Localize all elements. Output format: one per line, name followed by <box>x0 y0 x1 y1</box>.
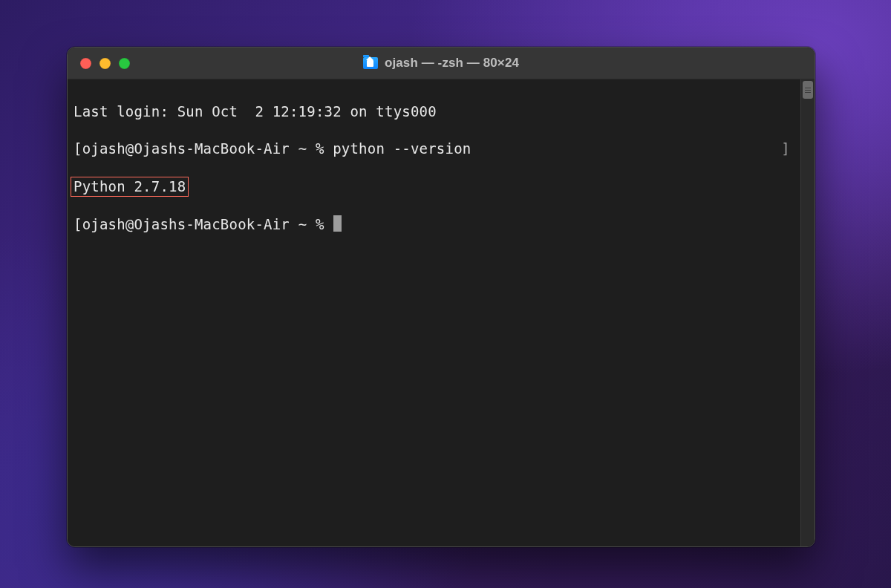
scroll-thumb[interactable] <box>803 81 813 99</box>
python-version-output: Python 2.7.18 <box>71 177 189 197</box>
prompt-symbol: % <box>316 216 324 232</box>
prompt-path: ~ <box>298 216 307 232</box>
minimize-button[interactable] <box>99 58 111 69</box>
prompt-user-host: ojash@Ojashs-MacBook-Air <box>82 140 290 157</box>
prompt-symbol: % <box>316 140 324 157</box>
window-title-group: ojash — -zsh — 80×24 <box>68 56 815 71</box>
window-title: ojash — -zsh — 80×24 <box>385 56 519 71</box>
window-titlebar[interactable]: ojash — -zsh — 80×24 <box>68 48 815 79</box>
traffic-lights <box>80 58 130 69</box>
desktop-background: ojash — -zsh — 80×24 Last login: Sun Oct… <box>0 0 891 588</box>
terminal-content[interactable]: Last login: Sun Oct 2 12:19:32 on ttys00… <box>68 79 800 546</box>
home-icon <box>367 60 373 67</box>
prompt-user-host: ojash@Ojashs-MacBook-Air <box>82 216 290 232</box>
home-folder-icon <box>363 57 378 69</box>
output-line: Python 2.7.18 <box>74 177 794 197</box>
maximize-button[interactable] <box>119 58 130 69</box>
close-button[interactable] <box>80 58 91 69</box>
current-prompt-line[interactable]: [ojash@Ojashs-MacBook-Air ~ % <box>74 215 794 234</box>
entered-command: python --version <box>333 140 471 157</box>
terminal-body[interactable]: Last login: Sun Oct 2 12:19:32 on ttys00… <box>68 79 815 546</box>
last-login-line: Last login: Sun Oct 2 12:19:32 on ttys00… <box>74 102 794 121</box>
command-line: [ojash@Ojashs-MacBook-Air ~ % python --v… <box>74 140 794 158</box>
scrollbar[interactable] <box>800 79 815 546</box>
terminal-cursor <box>333 215 342 232</box>
terminal-window: ojash — -zsh — 80×24 Last login: Sun Oct… <box>67 47 815 547</box>
prompt-path: ~ <box>298 140 307 157</box>
